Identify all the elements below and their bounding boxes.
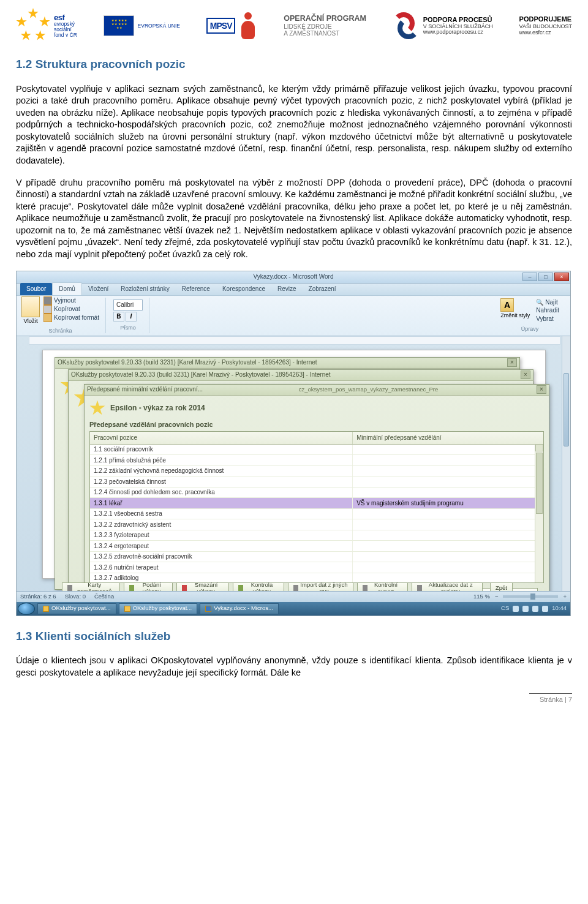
minimize-button[interactable]: – bbox=[522, 273, 537, 281]
col-education[interactable]: Minimální předepsané vzdělání bbox=[353, 432, 543, 444]
select-button[interactable]: Vybrat bbox=[536, 315, 559, 323]
table-row[interactable]: 1.1 sociální pracovník bbox=[90, 445, 543, 456]
table-scrollbar[interactable] bbox=[535, 444, 543, 582]
paste-icon[interactable] bbox=[21, 296, 40, 317]
submit-icon bbox=[129, 585, 134, 591]
copy-button[interactable]: Kopírovat bbox=[43, 305, 99, 314]
ribbon-clipboard-group: Vložit Vyjmout Kopírovat Kopírovat formá… bbox=[21, 298, 106, 333]
ie-window-3: Předepsané minimální vzdělání pracovní..… bbox=[84, 384, 549, 605]
tab-korespondence[interactable]: Korespondence bbox=[216, 283, 271, 295]
esf-text: esf evropský sociální fond v ČR bbox=[54, 13, 77, 38]
ie3-heading: Epsilon - výkaz za rok 2014 bbox=[110, 403, 205, 413]
tab-rozlozeni[interactable]: Rozložení stránky bbox=[115, 283, 175, 295]
tray-icon[interactable] bbox=[513, 606, 519, 612]
table-row[interactable]: 1.3.2.5 zdravotně-sociální pracovník bbox=[90, 552, 543, 563]
cell-education bbox=[353, 530, 543, 541]
status-words: Slova: 0 bbox=[65, 593, 86, 601]
tray-lang[interactable]: CS bbox=[501, 605, 509, 612]
op-text: OPERAČNÍ PROGRAM LIDSKÉ ZDROJE A ZAMĚSTN… bbox=[284, 15, 366, 37]
italic-button[interactable]: I bbox=[126, 312, 137, 322]
heading-1-3: 1.3 Klienti sociálních služeb bbox=[16, 628, 572, 644]
cell-position: 1.2.3 pečovatelská činnost bbox=[90, 476, 353, 487]
tab-reference[interactable]: Reference bbox=[176, 283, 216, 295]
ie2-title-text: OKslužby poskytovatel 9.20.33 (build 323… bbox=[71, 371, 331, 379]
editing-group-label: Úpravy bbox=[500, 325, 559, 333]
ie3-title-text: Předepsané minimální vzdělání pracovní..… bbox=[87, 385, 203, 394]
delete-icon bbox=[182, 585, 187, 591]
cell-position: 1.3.1 lékař bbox=[90, 498, 353, 508]
tab-domu[interactable]: Domů bbox=[52, 282, 82, 295]
copy-icon bbox=[43, 305, 52, 314]
start-button[interactable] bbox=[18, 603, 35, 615]
ribbon-editing-group: A Změnit styly 🔍Najít Nahradit Vybrat Úp… bbox=[500, 298, 565, 333]
eu-flag-icon bbox=[104, 15, 134, 36]
ie-icon bbox=[124, 606, 130, 612]
ie1-close-button[interactable]: × bbox=[507, 358, 517, 367]
styles-button[interactable]: Změnit styly bbox=[500, 312, 530, 319]
table-row[interactable]: 1.3.2.1 všeobecná sestra bbox=[90, 509, 543, 520]
eu-text: EVROPSKÁ UNIE bbox=[138, 23, 180, 29]
table-row[interactable]: 1.2.4 činnosti pod dohledem soc. pracovn… bbox=[90, 488, 543, 499]
ie3-close-button[interactable]: × bbox=[537, 385, 546, 394]
cut-button[interactable]: Vyjmout bbox=[43, 296, 99, 305]
import-icon bbox=[293, 585, 298, 591]
table-row[interactable]: 1.2.1 přímá obslužná péče bbox=[90, 455, 543, 466]
table-row[interactable]: 1.3.2.3 fyzioterapeut bbox=[90, 530, 543, 541]
bold-button[interactable]: B bbox=[113, 312, 124, 322]
taskbar-item-3[interactable]: Vykazy.docx - Micros... bbox=[200, 603, 279, 614]
pp-text: PODPORA PROCESŮ V SOCIÁLNÍCH SLUŽBÁCH ww… bbox=[423, 16, 493, 36]
table-row[interactable]: 1.2.3 pečovatelská činnost bbox=[90, 476, 543, 488]
heading-1-2: 1.2 Struktura pracovních pozic bbox=[16, 56, 572, 72]
tray-icon[interactable] bbox=[522, 606, 529, 612]
cell-position: 1.2.4 činnosti pod dohledem soc. pracovn… bbox=[90, 488, 353, 498]
table-row[interactable]: 1.3.2.4 ergoterapeut bbox=[90, 541, 543, 552]
ie2-close-button[interactable]: × bbox=[521, 371, 530, 379]
ie1-title-text: OKslužby poskytovatel 9.20.33 (build 323… bbox=[58, 358, 317, 367]
table-row[interactable]: 1.3.2.6 nutriční terapeut bbox=[90, 562, 543, 573]
tab-soubor[interactable]: Soubor bbox=[20, 283, 52, 295]
find-button[interactable]: 🔍Najít bbox=[536, 298, 559, 307]
ribbon-font-group: Calibri B I Písmo bbox=[113, 298, 149, 333]
ribbon-tabs: Soubor Domů Vložení Rozložení stránky Re… bbox=[17, 284, 570, 296]
cell-position: 1.1 sociální pracovník bbox=[90, 445, 353, 455]
brush-icon bbox=[43, 314, 52, 322]
table-row[interactable]: 1.2.2 základní výchovná nepedagogická či… bbox=[90, 466, 543, 477]
tab-vlozeni[interactable]: Vložení bbox=[82, 283, 115, 295]
cell-education bbox=[353, 541, 543, 551]
document-scrollbar[interactable] bbox=[562, 336, 570, 591]
replace-button[interactable]: Nahradit bbox=[536, 306, 559, 315]
maximize-button[interactable]: □ bbox=[538, 273, 553, 281]
para-2: V případě druhu pracovního poměru má pos… bbox=[16, 177, 572, 261]
logo-esfcr: PODPORUJEME VAŠI BUDOUCNOST www.esfcr.cz bbox=[519, 15, 572, 36]
cell-position: 1.3.2.1 všeobecná sestra bbox=[90, 509, 353, 519]
word-status-bar: Stránka: 6 z 6 Slova: 0 Čeština 115 % −+ bbox=[17, 591, 570, 602]
export-icon bbox=[363, 585, 368, 591]
cell-position: 1.3.2.4 ergoterapeut bbox=[90, 541, 353, 551]
format-painter-button[interactable]: Kopírovat formát bbox=[43, 314, 99, 322]
window-buttons: – □ × bbox=[522, 273, 569, 281]
word-title-text: Vykazy.docx - Microsoft Word bbox=[254, 273, 334, 281]
close-button[interactable]: × bbox=[554, 273, 569, 281]
word-icon bbox=[205, 606, 211, 612]
taskbar-item-1[interactable]: OKslužby poskytovat... bbox=[37, 603, 116, 614]
tab-zobrazeni[interactable]: Zobrazení bbox=[303, 283, 342, 295]
table-row[interactable]: 1.3.1 lékařVŠ v magisterském studijním p… bbox=[90, 498, 543, 509]
cell-education bbox=[353, 445, 543, 455]
taskbar-item-2[interactable]: OKslužby poskytovat... bbox=[119, 603, 198, 614]
ribbon-body: Vložit Vyjmout Kopírovat Kopírovat formá… bbox=[17, 296, 570, 336]
table-row[interactable]: 1.3.2.2 zdravotnický asistent bbox=[90, 519, 543, 530]
tray-icon[interactable] bbox=[542, 606, 548, 612]
paste-label: Vložit bbox=[21, 317, 40, 325]
ie3-titlebar: Předepsané minimální vzdělání pracovní..… bbox=[85, 385, 549, 396]
tray-clock[interactable]: 10:44 bbox=[552, 605, 567, 612]
zoom-slider[interactable] bbox=[503, 595, 558, 598]
page-footer: Stránka | 7 bbox=[16, 693, 572, 704]
font-name-select[interactable]: Calibri bbox=[113, 299, 143, 311]
tray-icon[interactable] bbox=[532, 606, 538, 612]
tab-revize[interactable]: Revize bbox=[271, 283, 303, 295]
col-position[interactable]: Pracovní pozice bbox=[90, 432, 353, 444]
card-icon bbox=[67, 585, 72, 591]
scissors-icon bbox=[43, 296, 52, 305]
status-page: Stránka: 6 z 6 bbox=[20, 593, 56, 601]
logo-esf: esf evropský sociální fond v ČR bbox=[16, 10, 77, 42]
